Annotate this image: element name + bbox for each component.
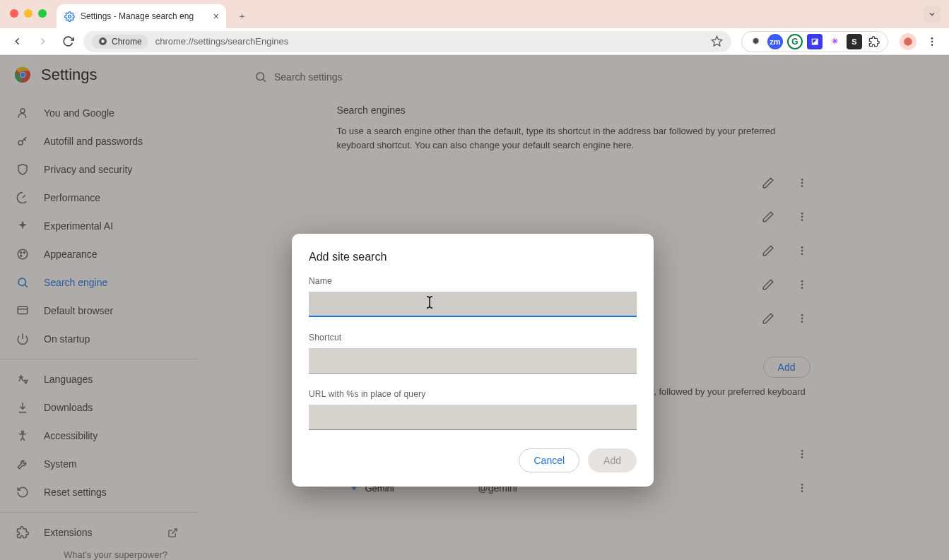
extension-icon-2[interactable]: zm (767, 34, 783, 49)
site-chip: Chrome (92, 35, 148, 49)
tabs-dropdown-icon[interactable] (924, 6, 941, 23)
url-text: chrome://settings/searchEngines (155, 36, 289, 47)
tab-title: Settings - Manage search eng (81, 11, 208, 21)
address-bar[interactable]: Chrome chrome://settings/searchEngines (83, 31, 731, 52)
browser-toolbar: Chrome chrome://settings/searchEngines ✺… (0, 28, 949, 55)
svg-point-6 (931, 40, 933, 42)
url-label: URL with %s in place of query (309, 389, 637, 399)
extension-icon-5[interactable]: ✳ (827, 34, 842, 49)
svg-point-7 (931, 44, 933, 46)
close-window-button[interactable] (10, 9, 18, 18)
svg-point-0 (68, 15, 71, 18)
bookmark-star-icon[interactable] (711, 35, 723, 47)
footer-snippet: What's your superpower? (64, 549, 167, 560)
maximize-window-button[interactable] (38, 9, 47, 18)
url-input[interactable] (309, 405, 637, 430)
dialog-title: Add site search (309, 251, 637, 263)
shortcut-input[interactable] (309, 348, 637, 374)
minimize-window-button[interactable] (24, 9, 33, 18)
window-controls (10, 9, 47, 18)
extension-icon-3[interactable]: G (787, 34, 803, 49)
close-tab-icon[interactable]: × (213, 11, 219, 22)
add-submit-button[interactable]: Add (588, 448, 637, 472)
site-chip-label: Chrome (112, 37, 142, 47)
reload-button[interactable] (58, 32, 78, 52)
svg-point-2 (101, 40, 104, 42)
tab-strip: Settings - Manage search eng × ＋ (0, 0, 949, 28)
name-label: Name (309, 276, 637, 286)
browser-tab[interactable]: Settings - Manage search eng × (57, 4, 226, 28)
shortcut-label: Shortcut (309, 333, 637, 342)
svg-point-5 (931, 37, 933, 40)
name-input[interactable] (309, 292, 637, 317)
back-button[interactable] (7, 32, 27, 52)
forward-button[interactable] (33, 32, 52, 52)
extension-icon-4[interactable]: ◪ (807, 34, 823, 49)
extension-icon-6[interactable]: S (847, 34, 862, 49)
svg-point-4 (904, 37, 912, 46)
gear-icon (64, 11, 75, 22)
new-tab-button[interactable]: ＋ (232, 6, 252, 26)
add-site-search-dialog: Add site search Name Shortcut URL with %… (292, 234, 654, 487)
extensions-puzzle-icon[interactable] (866, 34, 882, 49)
extensions-bar: ✺ zm G ◪ ✳ S (741, 31, 888, 52)
settings-page: Settings Search settings You and Google … (0, 55, 949, 560)
profile-avatar[interactable] (900, 33, 916, 50)
svg-marker-3 (712, 36, 721, 45)
browser-menu-icon[interactable] (922, 32, 942, 52)
cancel-button[interactable]: Cancel (519, 448, 579, 472)
extension-icon-1[interactable]: ✺ (748, 34, 763, 49)
